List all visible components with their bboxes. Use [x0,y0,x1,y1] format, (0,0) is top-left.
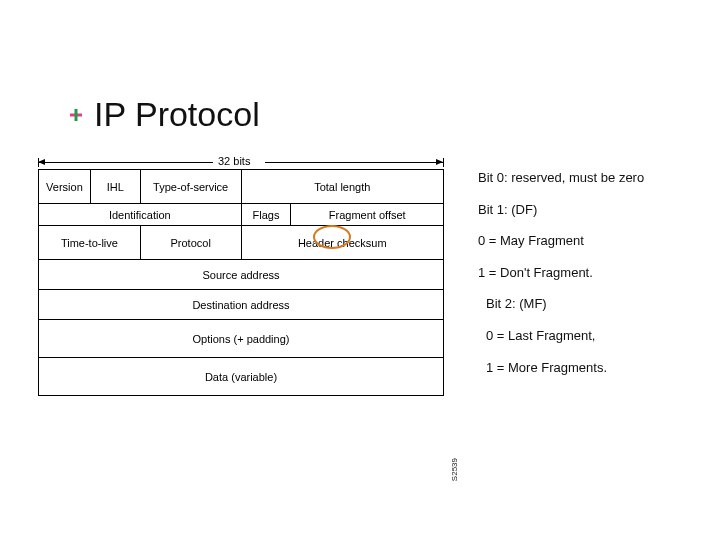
note-bit2-1: 1 = More Fragments. [478,360,706,376]
tick-left [38,158,39,167]
table-row: Time-to-live Protocol Header checksum [39,226,444,260]
cell-tos: Type-of-service [140,170,241,204]
note-bit1-0: 0 = May Fragment [478,233,706,249]
cell-total-length: Total length [241,170,443,204]
table-row: Identification Flags Fragment offset [39,204,444,226]
table-row: Destination address [39,290,444,320]
table-row: Options (+ padding) [39,320,444,358]
tick-right [443,158,444,167]
note-bit2: Bit 2: (MF) [478,296,706,312]
slide-title-block: IP Protocol [70,95,260,134]
title-bullet-icon [70,109,82,121]
note-bit0: Bit 0: reserved, must be zero [478,170,706,186]
width-arrow-right [265,162,443,163]
cell-fragment-offset: Fragment offset [291,204,444,226]
ip-header-table: Version IHL Type-of-service Total length… [38,169,444,396]
table-row: Version IHL Type-of-service Total length [39,170,444,204]
cell-options: Options (+ padding) [39,320,444,358]
table-row: Data (variable) [39,358,444,396]
cell-checksum: Header checksum [241,226,443,260]
note-bit1-1: 1 = Don't Fragment. [478,265,706,281]
note-bit1: Bit 1: (DF) [478,202,706,218]
arrow-right-icon [436,159,443,165]
cell-ttl: Time-to-live [39,226,141,260]
cell-ihl: IHL [90,170,140,204]
bits-width-label: 32 bits [218,155,250,167]
note-bit2-0: 0 = Last Fragment, [478,328,706,344]
cell-data: Data (variable) [39,358,444,396]
cell-protocol: Protocol [140,226,241,260]
flag-notes: Bit 0: reserved, must be zero Bit 1: (DF… [478,170,706,391]
cell-source-address: Source address [39,260,444,290]
arrow-left-icon [38,159,45,165]
cell-version: Version [39,170,91,204]
width-arrow-left [38,162,213,163]
figure-id-label: S2539 [450,458,459,481]
cell-flags: Flags [241,204,291,226]
cell-destination-address: Destination address [39,290,444,320]
cell-identification: Identification [39,204,242,226]
table-row: Source address [39,260,444,290]
slide-title: IP Protocol [94,95,260,134]
